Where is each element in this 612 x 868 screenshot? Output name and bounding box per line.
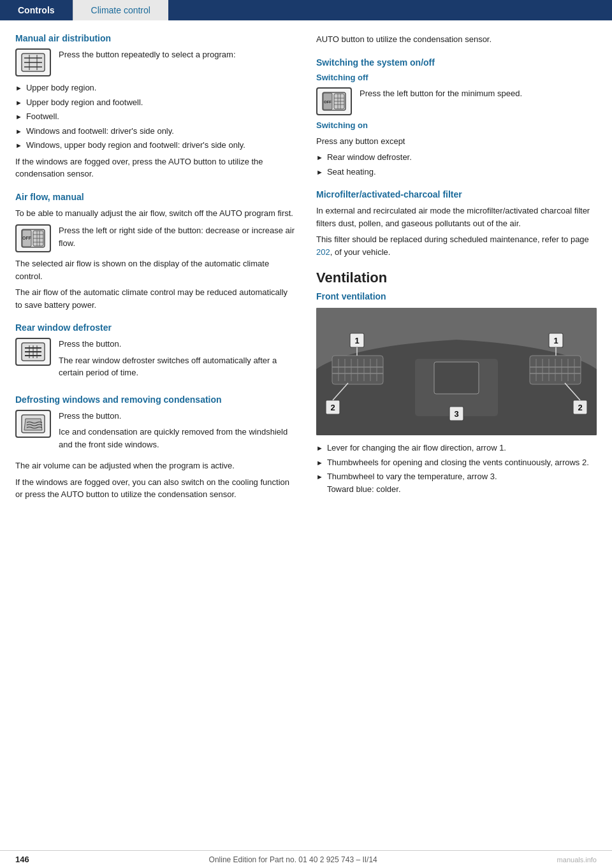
manual-air-distribution-section: Manual air distribution Pres	[15, 33, 296, 180]
air-flow-icon-block: OFF Press the left or right side of the …	[15, 224, 296, 252]
microfilter-page-link[interactable]: 202	[316, 247, 330, 257]
right-column: AUTO button to utilize the condensation …	[316, 33, 597, 505]
switching-off-icon-block: OFF Press the left button for the minimu…	[316, 87, 597, 115]
svg-text:2: 2	[330, 403, 335, 412]
bullet-thumbwheels: ► Thumbwheels for opening and closing th…	[316, 456, 597, 469]
microfilter-text2: This filter should be replaced during sc…	[316, 233, 597, 258]
air-flow-title: Air flow, manual	[15, 192, 296, 202]
bullet-lever-text: Lever for changing the air flow directio…	[327, 442, 506, 454]
bullet-upper-body-footwell: ► Upper body region and footwell.	[15, 96, 296, 109]
bullet-text-4: Windows and footwell: driver's side only…	[26, 125, 174, 138]
defrosting-section: Defrosting windows and removing condensa…	[15, 394, 296, 501]
bullet-thumbwheel-temp-text: Thumbwheel to vary the temperature, arro…	[327, 470, 497, 495]
rear-defroster-text2: The rear window defroster switches off a…	[59, 354, 296, 379]
bullet-arrow-v3: ►	[316, 472, 323, 482]
ventilation-bullets: ► Lever for changing the air flow direct…	[316, 442, 597, 495]
manual-air-distribution-title: Manual air distribution	[15, 33, 296, 43]
rear-defroster-icon-block: Press the button. The rear window defros…	[15, 338, 296, 383]
bullet-arrow-3: ►	[15, 112, 22, 122]
defrosting-title: Defrosting windows and removing condensa…	[15, 394, 296, 405]
defrosting-icon-block: Press the button. Ice and condensation a…	[15, 410, 296, 455]
defrost-text2: Ice and condensation are quickly removed…	[59, 426, 296, 451]
bullet-arrow-r2: ►	[316, 167, 323, 178]
car-interior-bg: 1 1 2 3 2	[316, 308, 597, 435]
defrost-text3: The air volume can be adjusted when the …	[15, 459, 296, 472]
air-flow-svg: OFF	[20, 228, 46, 249]
bullet-arrow-2: ►	[15, 98, 22, 108]
microfilter-text1: In external and recirculated air mode th…	[316, 205, 597, 229]
bullet-arrow-r1: ►	[316, 152, 323, 163]
switch-off-svg: OFF	[321, 91, 347, 112]
svg-text:1: 1	[354, 336, 359, 345]
svg-text:2: 2	[578, 403, 582, 412]
bullet-text-3: Footwell.	[26, 110, 59, 123]
bullet-seat-heating-text: Seat heating.	[327, 166, 376, 178]
footer-watermark: manuals.info	[557, 856, 597, 864]
switching-off-section: Switching off OFF	[316, 73, 597, 115]
bullet-arrow-v1: ►	[316, 443, 323, 454]
air-flow-icon-desc: Press the left or right side of the butt…	[59, 224, 296, 249]
bullet-arrow-v2: ►	[316, 458, 323, 468]
car-vent-illustration: 1 1 2 3 2	[316, 308, 597, 435]
rear-defroster-icon	[15, 338, 51, 366]
manual-air-icon-block: Press the button repeatedly to select a …	[15, 48, 296, 76]
microfilter-text2-before: This filter should be replaced during sc…	[316, 235, 589, 244]
microfilter-section: Microfilter/activated-charcoal filter In…	[316, 189, 597, 258]
switching-on-bullets: ► Rear window defroster. ► Seat heating.	[316, 151, 597, 178]
manual-air-bullets: ► Upper body region. ► Upper body region…	[15, 82, 296, 152]
left-column: Manual air distribution Pres	[15, 33, 296, 505]
bullet-text-2: Upper body region and footwell.	[26, 96, 143, 109]
air-flow-text2: The air flow of the automatic climate co…	[15, 286, 296, 311]
bullet-lever: ► Lever for changing the air flow direct…	[316, 442, 597, 454]
auto-condensation-note: AUTO button to utilize the condensation …	[316, 33, 597, 46]
bullet-arrow-4: ►	[15, 126, 22, 137]
bullet-arrow-5: ►	[15, 140, 22, 151]
defrost-text1: Press the button.	[59, 410, 296, 423]
bullet-seat-heating: ► Seat heating.	[316, 166, 597, 178]
rear-defroster-section: Rear window defroster	[15, 322, 296, 383]
tab-climate-control[interactable]: Climate control	[73, 0, 168, 20]
switching-on-text: Press any button except	[316, 135, 597, 148]
rear-defroster-title: Rear window defroster	[15, 322, 296, 333]
switching-off-title: Switching off	[316, 73, 597, 82]
air-distribution-icon	[15, 48, 51, 76]
switching-on-section: Switching on Press any button except ► R…	[316, 120, 597, 178]
front-ventilation-title: Front ventilation	[316, 291, 597, 301]
footer: 146 Online Edition for Part no. 01 40 2 …	[0, 850, 612, 868]
manual-air-note: If the windows are fogged over, press th…	[15, 156, 296, 180]
bullet-text-1: Upper body region.	[26, 82, 97, 94]
defrost-svg	[20, 414, 46, 434]
air-flow-intro: To be able to manually adjust the air fl…	[15, 207, 296, 220]
switching-system-section: Switching the system on/off Switching of…	[316, 57, 597, 178]
defrost-text-block: Press the button. Ice and condensation a…	[59, 410, 296, 455]
air-flow-icon: OFF	[15, 224, 51, 252]
air-dist-svg	[20, 52, 46, 73]
ventilation-title: Ventilation	[316, 270, 597, 286]
header: Controls Climate control	[0, 0, 612, 20]
microfilter-title: Microfilter/activated-charcoal filter	[316, 189, 597, 199]
bullet-thumbwheels-text: Thumbwheels for opening and closing the …	[327, 456, 589, 469]
page-number: 146	[15, 855, 29, 864]
ventilation-section: Ventilation Front ventilation	[316, 270, 597, 495]
switching-off-text: Press the left button for the minimum sp…	[360, 87, 522, 100]
air-flow-text1: The selected air flow is shown on the di…	[15, 257, 296, 282]
svg-text:OFF: OFF	[22, 236, 32, 240]
bullet-rear-defroster: ► Rear window defroster.	[316, 151, 597, 164]
switch-off-icon: OFF	[316, 87, 352, 115]
footer-edition: Online Edition for Part no. 01 40 2 925 …	[209, 855, 377, 864]
svg-text:1: 1	[553, 336, 558, 345]
switching-on-title: Switching on	[316, 120, 597, 130]
microfilter-text2-after: , of your vehicle.	[330, 247, 391, 257]
bullet-thumbwheel-temp: ► Thumbwheel to vary the temperature, ar…	[316, 470, 597, 495]
svg-text:OFF: OFF	[324, 100, 332, 104]
svg-rect-54	[434, 362, 479, 394]
rear-defroster-svg	[20, 342, 46, 362]
bullet-rear-defroster-text: Rear window defroster.	[327, 151, 412, 164]
rear-defroster-text1: Press the button.	[59, 338, 296, 351]
svg-text:3: 3	[454, 409, 458, 419]
tab-controls[interactable]: Controls	[0, 0, 73, 20]
bullet-windows-footwell: ► Windows and footwell: driver's side on…	[15, 125, 296, 138]
bullet-footwell: ► Footwell.	[15, 110, 296, 123]
bullet-arrow-1: ►	[15, 83, 22, 94]
page-content: Manual air distribution Pres	[0, 20, 612, 517]
